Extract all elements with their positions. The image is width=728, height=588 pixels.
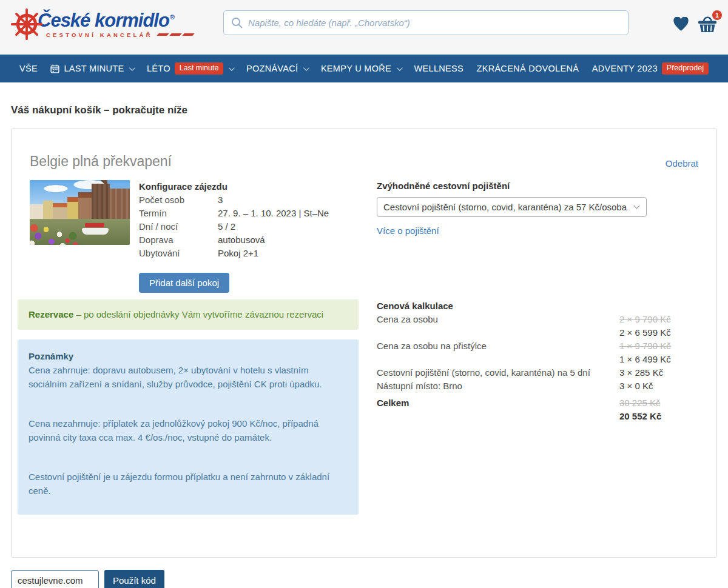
logo-subtitle: CESTOVNÍ KANCELÁŘ bbox=[46, 32, 153, 38]
promo-code-section: Použít kód bbox=[11, 570, 717, 588]
current-price: 1 × 6 499 Kč bbox=[619, 353, 698, 366]
insurance-select-wrap: Cestovní pojištění (storno, covid, karan… bbox=[377, 197, 647, 217]
last-minute-badge: Last minute bbox=[175, 62, 224, 75]
flowers-illustration bbox=[30, 217, 93, 245]
chevron-down-icon bbox=[397, 65, 403, 71]
ship-wheel-icon bbox=[10, 7, 44, 41]
logo-title: České kormidlo® bbox=[38, 11, 194, 30]
nav-item-zkracena-dovolena[interactable]: ZKRÁCENÁ DOVOLENÁ bbox=[477, 64, 579, 73]
add-room-button[interactable]: Přidat další pokoj bbox=[139, 273, 229, 293]
configuration-heading: Konfigurace zájezdu bbox=[139, 180, 359, 193]
search-icon bbox=[231, 17, 243, 28]
tour-configuration: Konfigurace zájezdu Počet osob 3 Termín … bbox=[139, 180, 359, 293]
config-row-date: Termín 27. 9. – 1. 10. 2023 | St–Ne bbox=[139, 207, 359, 220]
chevron-down-icon bbox=[229, 65, 235, 71]
price-row-departure: Nástupní místo: Brno 3 × 0 Kč bbox=[377, 379, 698, 393]
tour-photo bbox=[30, 180, 130, 245]
chevron-down-icon bbox=[129, 65, 135, 71]
config-row-accommodation: Ubytování Pokoj 2+1 bbox=[139, 247, 359, 260]
total-price: 20 552 Kč bbox=[619, 410, 698, 423]
reservation-note: Rezervace – po odeslání objednávky Vám v… bbox=[18, 299, 359, 330]
wishlist-button[interactable] bbox=[673, 17, 689, 32]
price-row-per-person: Cena za osobu 2 × 9 790 Kč 2 × 6 599 Kč bbox=[377, 313, 698, 339]
config-row-persons: Počet osob 3 bbox=[139, 193, 359, 207]
nav-item-last-minute[interactable]: LAST MINUTE bbox=[50, 64, 133, 73]
price-heading: Cenová kalkulace bbox=[377, 299, 698, 313]
chevron-down-icon bbox=[303, 65, 309, 71]
search-box bbox=[223, 10, 629, 35]
promo-code-input[interactable] bbox=[11, 570, 99, 588]
search-input[interactable] bbox=[248, 18, 621, 28]
cart-count-badge: 1 bbox=[712, 10, 722, 20]
predprodej-badge: Předprodej bbox=[662, 62, 709, 75]
main-content: Váš nákupní košík – pokračujte níže Odeb… bbox=[0, 104, 728, 588]
notes-box: Poznámky Cena zahrnuje: dopravu autobuse… bbox=[18, 339, 359, 515]
nav-item-leto[interactable]: LÉTO Last minute bbox=[147, 62, 233, 75]
insurance-heading: Zvýhodněné cestovní pojištění bbox=[377, 180, 698, 192]
price-calculation: Cenová kalkulace Cena za osobu 2 × 9 790… bbox=[377, 299, 698, 423]
note-price-includes: Cena zahrnuje: dopravu autobusem, 2× uby… bbox=[29, 363, 348, 391]
logo[interactable]: České kormidlo® CESTOVNÍ KANCELÁŘ bbox=[10, 7, 194, 41]
tour-title: Belgie plná překvapení bbox=[30, 153, 698, 170]
site-header: České kormidlo® CESTOVNÍ KANCELÁŘ bbox=[0, 0, 728, 55]
current-price: 3 × 0 Kč bbox=[619, 379, 698, 393]
nav-item-wellness[interactable]: WELLNESS bbox=[414, 64, 463, 73]
note-insurance: Cestovní pojištění je u zájezdu formou p… bbox=[29, 470, 348, 498]
logo-slashes-decoration bbox=[158, 33, 194, 36]
nav-item-vse[interactable]: VŠE bbox=[19, 64, 38, 73]
calendar-icon bbox=[50, 64, 59, 73]
price-row-total: Celkem 30 225 Kč 20 552 Kč bbox=[377, 396, 698, 423]
nav-item-kempy-u-more[interactable]: KEMPY U MOŘE bbox=[321, 64, 401, 73]
insurance-select[interactable]: Cestovní pojištění (storno, covid, karan… bbox=[377, 197, 647, 217]
current-price: 3 × 285 Kč bbox=[619, 366, 698, 379]
registered-mark: ® bbox=[170, 13, 174, 21]
insurance-more-link[interactable]: Více o pojištění bbox=[377, 226, 439, 236]
old-total-price: 30 225 Kč bbox=[619, 396, 698, 410]
cart-button[interactable]: 1 bbox=[696, 15, 718, 33]
current-price: 2 × 6 599 Kč bbox=[619, 326, 698, 339]
old-price: 2 × 9 790 Kč bbox=[619, 313, 698, 326]
config-row-days-nights: Dní / nocí 5 / 2 bbox=[139, 220, 359, 233]
heart-icon bbox=[673, 17, 689, 32]
price-row-insurance: Cestovní pojištění (storno, covid, karan… bbox=[377, 366, 698, 379]
apply-code-button[interactable]: Použít kód bbox=[104, 570, 164, 588]
note-price-excludes: Cena nezahrnuje: příplatek za jednolůžko… bbox=[29, 416, 348, 444]
cart-heading: Váš nákupní košík – pokračujte níže bbox=[11, 104, 717, 116]
notes-heading: Poznámky bbox=[29, 349, 348, 363]
reservation-note-label: Rezervace bbox=[29, 309, 73, 319]
remove-item-link[interactable]: Odebrat bbox=[666, 158, 698, 169]
old-price: 1 × 9 790 Kč bbox=[619, 339, 698, 353]
price-row-extra-bed: Cena za osobu na přistýlce 1 × 9 790 Kč … bbox=[377, 339, 698, 366]
nav-item-poznavaci[interactable]: POZNÁVACÍ bbox=[246, 64, 308, 73]
nav-item-adventy-2023[interactable]: ADVENTY 2023 Předprodej bbox=[592, 62, 709, 75]
config-row-transport: Doprava autobusová bbox=[139, 233, 359, 247]
main-nav: VŠE LAST MINUTE LÉTO Last minute POZNÁVA… bbox=[0, 55, 728, 82]
cart-item-card: Odebrat Belgie plná překvapení bbox=[11, 129, 717, 558]
